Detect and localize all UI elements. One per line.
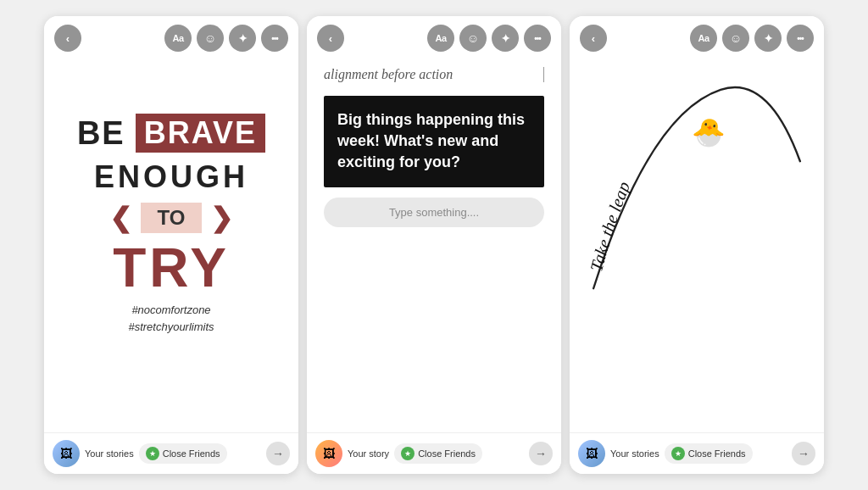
emoji-tool-1[interactable]: ☺ — [197, 25, 224, 52]
to-line: ❮ TO ❯ — [109, 202, 234, 234]
bottom-bar-3: 🖼 Your stories ★ Close Friends → — [570, 432, 824, 474]
sparkle-tool-1[interactable]: ✦ — [229, 25, 256, 52]
close-friends-btn-1[interactable]: ★ Close Friends — [139, 443, 227, 464]
your-stories-avatar-1: 🖼 — [53, 440, 80, 467]
phone-screen-3: ‹ Aa ☺ ✦ ••• — [570, 16, 824, 474]
arrow-btn-1[interactable]: → — [266, 442, 290, 465]
emoji-tool-3[interactable]: ☺ — [722, 25, 749, 52]
top-bar-3: ‹ Aa ☺ ✦ ••• — [570, 16, 824, 60]
be-brave-line: BE BRAVE — [77, 114, 265, 153]
close-friends-btn-2[interactable]: ★ Close Friends — [394, 443, 482, 464]
back-icon-1: ‹ — [66, 32, 70, 45]
type-something-input[interactable]: Type something.... — [324, 198, 544, 227]
screen1-main: BE BRAVE ENOUGH ❮ TO ❯ TRY #nocomfortzon… — [44, 16, 298, 432]
sparkle-tool-2[interactable]: ✦ — [492, 25, 519, 52]
top-bar-2: ‹ Aa ☺ ✦ ••• — [307, 16, 561, 60]
your-story-label-2[interactable]: Your story — [348, 448, 389, 459]
sparkle-tool-3[interactable]: ✦ — [754, 25, 782, 52]
svg-text:🐣: 🐣 — [692, 116, 726, 148]
your-stories-label-3[interactable]: Your stories — [610, 448, 659, 459]
top-bar-1: ‹ Aa ☺ ✦ ••• — [44, 16, 298, 60]
arrow-btn-2[interactable]: → — [529, 442, 553, 465]
more-tool-3[interactable]: ••• — [787, 25, 814, 52]
bottom-bar-1: 🖼 Your stories ★ Close Friends → — [44, 432, 298, 474]
your-stories-avatar-3: 🖼 — [578, 440, 605, 467]
green-dot-3: ★ — [671, 447, 685, 460]
text-tool-2[interactable]: Aa — [427, 25, 454, 52]
arrow-btn-3[interactable]: → — [792, 442, 815, 465]
your-story-avatar-2: 🖼 — [315, 440, 342, 467]
be-text: BE — [77, 115, 125, 152]
back-button-2[interactable]: ‹ — [317, 25, 344, 52]
try-text: TRY — [113, 241, 230, 295]
big-things-box: Big things happening this week! What's n… — [324, 96, 544, 187]
chevron-left-icon: ❮ — [109, 202, 132, 234]
close-friends-label-1: Close Friends — [163, 448, 220, 459]
phone-screen-2: ‹ Aa ☺ ✦ ••• alignment befo — [307, 16, 561, 474]
enough-text: ENOUGH — [94, 159, 248, 195]
text-tool-1[interactable]: Aa — [164, 25, 192, 52]
close-friends-btn-3[interactable]: ★ Close Friends — [665, 443, 753, 464]
green-dot-2: ★ — [401, 447, 415, 460]
back-button-1[interactable]: ‹ — [54, 25, 81, 52]
phone-screen-1: ‹ Aa ☺ ✦ ••• BE — [44, 16, 298, 474]
your-stories-label-1[interactable]: Your stories — [85, 448, 134, 459]
screen2-main: alignment before action Big things happe… — [307, 16, 561, 432]
screen3-main: Take the leap 🐣 — [570, 16, 824, 432]
more-tool-1[interactable]: ••• — [261, 25, 288, 52]
back-icon-2: ‹ — [329, 32, 332, 45]
screen2-content-area: alignment before action Big things happe… — [307, 16, 561, 432]
alignment-text: alignment before action — [324, 67, 544, 82]
close-friends-label-3: Close Friends — [688, 448, 746, 459]
screens-container: ‹ Aa ☺ ✦ ••• BE — [0, 0, 868, 490]
screen1-content-area: BE BRAVE ENOUGH ❮ TO ❯ TRY #nocomfortzon… — [44, 16, 298, 432]
to-box: TO — [141, 203, 203, 233]
brave-box: BRAVE — [136, 114, 265, 153]
emoji-tool-2[interactable]: ☺ — [459, 25, 487, 52]
back-icon-3: ‹ — [592, 32, 595, 45]
close-friends-label-2: Close Friends — [418, 448, 476, 459]
green-dot-1: ★ — [146, 447, 159, 460]
screen3-content-area: Take the leap 🐣 — [570, 16, 824, 432]
more-tool-2[interactable]: ••• — [524, 25, 551, 52]
chevron-right-icon: ❯ — [210, 202, 233, 234]
svg-text:Take the leap: Take the leap — [587, 179, 634, 273]
bottom-bar-2: 🖼 Your story ★ Close Friends → — [307, 432, 561, 474]
text-tool-3[interactable]: Aa — [690, 25, 717, 52]
back-button-3[interactable]: ‹ — [580, 25, 607, 52]
hashtags-text: #nocomfortzone#stretchyourlimits — [128, 302, 214, 335]
take-the-leap-svg: Take the leap 🐣 — [578, 50, 815, 304]
